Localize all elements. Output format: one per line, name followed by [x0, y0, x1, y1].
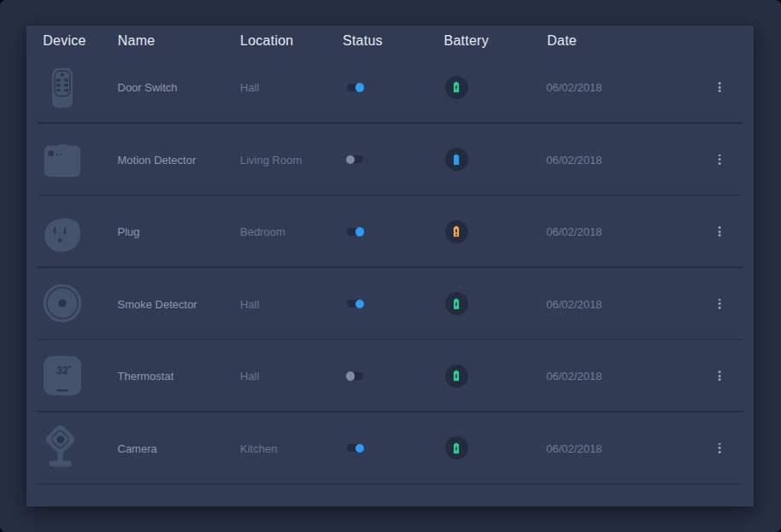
svg-text:32: 32	[56, 365, 68, 377]
